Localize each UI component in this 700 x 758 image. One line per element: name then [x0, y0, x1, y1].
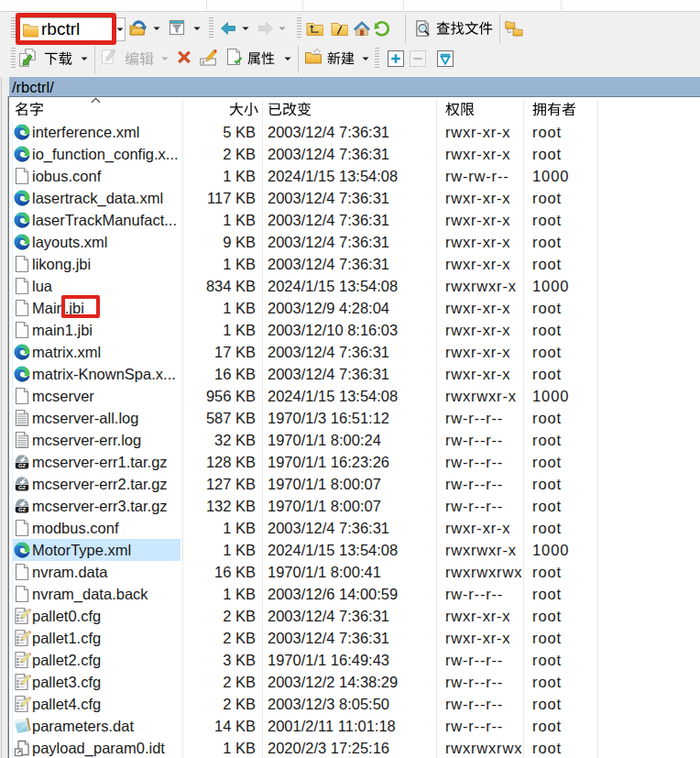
- svg-text:GZ: GZ: [18, 485, 27, 490]
- svg-text:GZ: GZ: [18, 463, 27, 468]
- svg-text:GZ: GZ: [18, 507, 27, 512]
